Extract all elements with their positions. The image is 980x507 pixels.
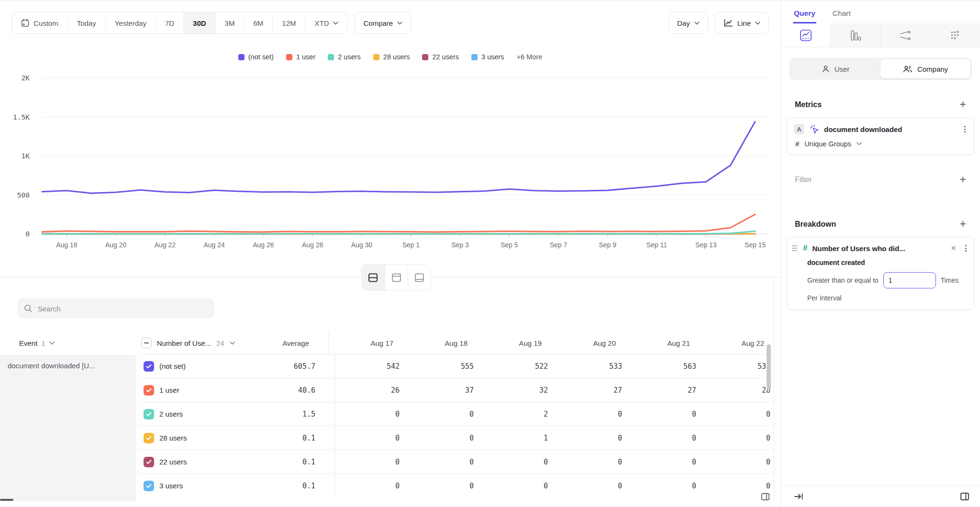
range-today[interactable]: Today bbox=[67, 12, 105, 33]
series-checkbox[interactable] bbox=[144, 409, 154, 419]
add-metric-button[interactable]: + bbox=[960, 99, 966, 110]
breakdown-table: Event 1 Number of Use... 24 bbox=[0, 332, 774, 501]
add-filter-button[interactable]: + bbox=[960, 174, 966, 185]
series-checkbox[interactable] bbox=[144, 385, 154, 396]
collapse-panel-icon[interactable] bbox=[794, 493, 803, 500]
select-all-checkbox[interactable] bbox=[141, 338, 152, 348]
date-column-header[interactable]: Aug 18 bbox=[403, 339, 477, 347]
date-column-header[interactable]: Aug 17 bbox=[329, 339, 403, 347]
legend-item[interactable]: 28 users bbox=[373, 53, 410, 61]
series-name-cell: 22 users bbox=[139, 457, 273, 467]
average-column-header[interactable]: Average bbox=[267, 332, 329, 354]
user-icon bbox=[822, 65, 830, 73]
date-column-header[interactable]: Aug 21 bbox=[625, 339, 700, 347]
company-icon bbox=[903, 65, 913, 73]
expand-panel-icon[interactable] bbox=[761, 492, 770, 503]
series-checkbox[interactable] bbox=[144, 433, 154, 443]
panel-layout-icon[interactable] bbox=[960, 492, 969, 501]
chart-type-button[interactable]: Line bbox=[715, 12, 769, 34]
table-vertical-scrollbar[interactable] bbox=[767, 344, 771, 390]
range-30d[interactable]: 30D bbox=[183, 12, 215, 33]
legend-swatch bbox=[422, 54, 428, 60]
chart-type-flow-tab[interactable] bbox=[881, 23, 931, 47]
data-cell: 563 bbox=[632, 362, 706, 371]
chart-type-scatter-tab[interactable] bbox=[931, 23, 980, 47]
y-tick-label: 500 bbox=[17, 191, 30, 199]
line-chart: 2K1.5K1K5000Aug 18Aug 20Aug 22Aug 24Aug … bbox=[0, 67, 780, 252]
legend-item[interactable]: (not set) bbox=[238, 53, 274, 61]
legend-item[interactable]: 1 user bbox=[286, 53, 315, 61]
range-12m[interactable]: 12M bbox=[272, 12, 305, 33]
event-column-header[interactable]: Event 1 bbox=[0, 339, 136, 347]
data-cell: 27 bbox=[632, 386, 706, 395]
legend-more[interactable]: +6 More bbox=[517, 53, 543, 61]
tab-chart[interactable]: Chart bbox=[833, 9, 851, 23]
breakdown-event-name[interactable]: document created bbox=[807, 259, 968, 266]
event-count: 1 bbox=[41, 339, 45, 347]
entity-user-segment[interactable]: User bbox=[791, 59, 880, 78]
breakdown-title: Breakdown bbox=[795, 220, 836, 229]
range-custom[interactable]: Custom bbox=[12, 12, 67, 33]
legend-item[interactable]: 3 users bbox=[471, 53, 504, 61]
series-checkbox[interactable] bbox=[144, 481, 154, 491]
legend-label: 28 users bbox=[383, 53, 410, 61]
entity-company-segment[interactable]: Company bbox=[880, 59, 970, 78]
per-interval-label[interactable]: Per Interval bbox=[807, 294, 968, 302]
add-breakdown-button[interactable]: + bbox=[960, 219, 966, 230]
series-label: 28 users bbox=[159, 434, 187, 442]
drag-handle-icon[interactable] bbox=[791, 244, 798, 252]
chart-type-tabs bbox=[781, 23, 980, 47]
panel-tabs: Query Chart bbox=[781, 0, 980, 23]
breakdown-more-menu[interactable] bbox=[964, 243, 968, 253]
series-name-cell: (not set) bbox=[139, 361, 273, 372]
condition-label[interactable]: Greater than or equal to bbox=[807, 276, 879, 284]
data-cell: 0 bbox=[335, 410, 409, 419]
metric-more-menu[interactable] bbox=[963, 124, 967, 134]
metric-name: document downloaded bbox=[824, 125, 958, 133]
legend-item[interactable]: 22 users bbox=[422, 53, 459, 61]
data-cell: 0 bbox=[335, 434, 409, 442]
chart-legend: (not set)1 user2 users28 users22 users3 … bbox=[0, 53, 780, 61]
range-label: XTD bbox=[314, 19, 329, 27]
x-tick-label: Sep 11 bbox=[646, 241, 668, 249]
number-property-icon: # bbox=[803, 243, 807, 253]
series-checkbox[interactable] bbox=[144, 457, 154, 467]
metric-card[interactable]: A document downloaded # Unique Groups bbox=[787, 117, 974, 155]
tab-query[interactable]: Query bbox=[794, 9, 815, 23]
range-label: Yesterday bbox=[115, 19, 146, 27]
compare-button[interactable]: Compare bbox=[355, 12, 411, 34]
chart-type-line-tab[interactable] bbox=[781, 23, 831, 47]
series-checkbox[interactable] bbox=[144, 361, 154, 372]
date-column-header[interactable]: Aug 22 bbox=[700, 339, 774, 347]
range-xtd[interactable]: XTD bbox=[305, 12, 347, 33]
condition-value-input[interactable] bbox=[883, 272, 936, 288]
legend-item[interactable]: 2 users bbox=[328, 53, 361, 61]
date-column-header[interactable]: Aug 19 bbox=[477, 339, 551, 347]
series-label: 1 user bbox=[159, 386, 179, 394]
data-cell: 0 bbox=[409, 482, 483, 490]
interval-button[interactable]: Day bbox=[668, 12, 708, 34]
legend-swatch bbox=[471, 54, 478, 60]
measure-selector[interactable]: # Unique Groups bbox=[794, 140, 967, 148]
search-input[interactable] bbox=[38, 305, 208, 313]
breakdown-property-name[interactable]: Number of Users who did... bbox=[812, 244, 943, 253]
range-7d[interactable]: 7D bbox=[156, 12, 183, 33]
range-3m[interactable]: 3M bbox=[215, 12, 244, 33]
remove-breakdown-icon[interactable]: ✕ bbox=[948, 244, 959, 253]
range-6m[interactable]: 6M bbox=[244, 12, 272, 33]
group-header-label[interactable]: Number of Use... bbox=[157, 339, 211, 347]
chart-type-bar-tab[interactable] bbox=[831, 23, 880, 47]
table-row: 22 users0.1000000 bbox=[139, 450, 774, 474]
table-horizontal-scrollbar[interactable] bbox=[0, 499, 13, 501]
series-line-0[interactable] bbox=[42, 121, 755, 193]
x-tick-label: Aug 20 bbox=[105, 241, 127, 249]
data-cell: 0 bbox=[557, 458, 632, 466]
series-line-1[interactable] bbox=[42, 214, 755, 232]
event-name[interactable]: document downloaded [U... bbox=[0, 355, 136, 501]
app-window: CustomTodayYesterday7D30D3M6M12MXTD Comp… bbox=[0, 0, 980, 507]
event-cursor-icon bbox=[809, 124, 819, 134]
y-tick-label: 0 bbox=[25, 230, 30, 238]
range-yesterday[interactable]: Yesterday bbox=[105, 12, 156, 33]
event-cell: document downloaded [U... bbox=[0, 354, 139, 501]
date-column-header[interactable]: Aug 20 bbox=[551, 339, 625, 347]
